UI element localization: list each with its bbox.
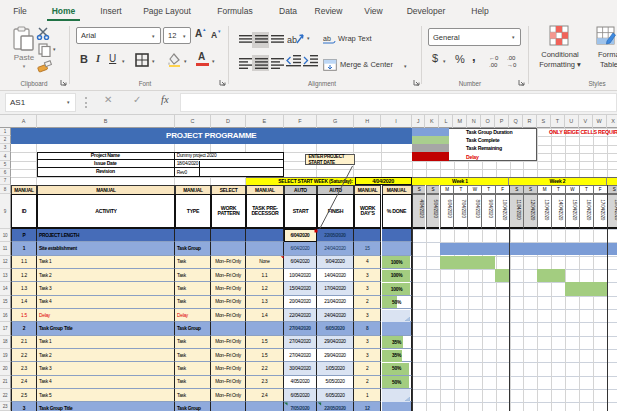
svg-text:.00: .00 bbox=[489, 62, 498, 67]
svg-text:.00: .00 bbox=[507, 55, 516, 61]
svg-text:ab: ab bbox=[323, 35, 331, 42]
svg-text:ab: ab bbox=[287, 35, 297, 45]
svg-text:→0: →0 bbox=[507, 62, 517, 67]
svg-text:←0: ←0 bbox=[489, 55, 499, 61]
